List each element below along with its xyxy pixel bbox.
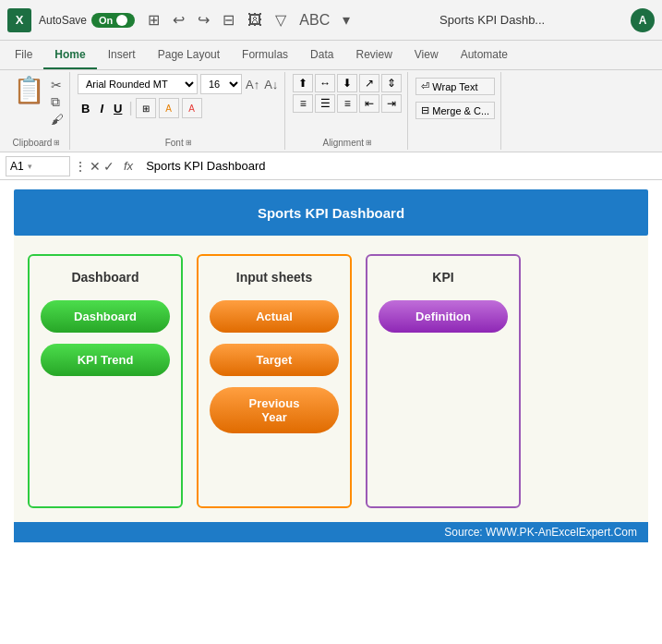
alignment-group: ⬆ ↔ ⬇ ↗ ⇕ ≡ ☰ ≡ ⇤ ⇥ Alignment ⊞ (287, 72, 408, 150)
clipboard-label: Clipboard ⊞ (13, 136, 61, 148)
decrease-indent-btn[interactable]: ⇤ (359, 94, 379, 113)
autosave-label: AutoSave (39, 14, 87, 27)
tab-view[interactable]: View (403, 41, 450, 69)
alignment-label: Alignment ⊞ (323, 136, 372, 148)
dashboard-section-title: Dashboard (71, 270, 138, 285)
ribbon-content: 📋 ✂ ⧉ 🖌 Clipboard ⊞ Arial Rounded MT (0, 70, 662, 152)
excel-logo: X (7, 8, 31, 32)
text-direction-btn[interactable]: ⇕ (381, 74, 402, 92)
copy-icon[interactable]: ⧉ (51, 94, 64, 110)
text-angle-btn[interactable]: ↗ (359, 74, 379, 92)
font-name-select[interactable]: Arial Rounded MT (78, 74, 198, 94)
align-bottom-btn[interactable]: ⬇ (337, 74, 357, 92)
image-icon[interactable]: 🖼 (244, 10, 266, 30)
grid-icon[interactable]: ⊟ (219, 9, 238, 30)
filter-icon[interactable]: ▽ (271, 9, 290, 30)
align-right-btn[interactable]: ≡ (337, 94, 357, 113)
clipboard-inner: 📋 ✂ ⧉ 🖌 (9, 74, 64, 136)
paste-button[interactable]: 📋 (9, 74, 49, 107)
merge-icon: ⊟ (421, 104, 429, 116)
formula-more-icon[interactable]: ⋮ (74, 159, 87, 174)
cut-icon[interactable]: ✂ (51, 78, 64, 92)
align-left-btn[interactable]: ≡ (293, 94, 313, 113)
format-painter-icon[interactable]: 🖌 (51, 112, 64, 127)
formula-icons: ⋮ ✕ ✓ (74, 159, 114, 174)
dashboard-section: Dashboard Dashboard KPI Trend (28, 254, 183, 508)
clipboard-group: 📋 ✂ ⧉ 🖌 Clipboard ⊞ (4, 72, 70, 150)
clipboard-expand-icon[interactable]: ⊞ (54, 139, 60, 147)
cell-reference[interactable]: A1 ▾ (6, 156, 70, 176)
wrap-text-button[interactable]: ⏎ Wrap Text (415, 78, 495, 95)
font-size-select[interactable]: 16 (200, 74, 242, 94)
tab-data[interactable]: Data (299, 41, 344, 69)
increase-indent-btn[interactable]: ⇥ (381, 94, 402, 113)
ribbon-tab-bar: File Home Insert Page Layout Formulas Da… (0, 41, 662, 70)
fx-label: fx (118, 159, 138, 173)
border-btn[interactable]: ⊞ (136, 98, 156, 118)
merge-button[interactable]: ⊟ Merge & C... (415, 102, 495, 119)
wrap-merge-inner: ⏎ Wrap Text ⊟ Merge & C... (415, 78, 495, 119)
paste-sub-buttons: ✂ ⧉ 🖌 (51, 74, 64, 127)
formula-confirm-icon[interactable]: ✓ (103, 159, 114, 174)
sections-container: Dashboard Dashboard KPI Trend Input shee… (14, 236, 648, 522)
font-expand-icon[interactable]: ⊞ (186, 139, 192, 147)
align-center-btn[interactable]: ☰ (315, 94, 335, 113)
sheet-area: Sports KPI Dashboard Dashboard Dashboard… (0, 180, 662, 644)
wrap-merge-group: ⏎ Wrap Text ⊟ Merge & C... (410, 72, 501, 150)
italic-button[interactable]: I (96, 101, 107, 116)
undo-icon[interactable]: ↩ (169, 9, 188, 30)
input-sheets-section-title: Input sheets (236, 270, 312, 285)
title-bar: X AutoSave On ⊞ ↩ ↪ ⊟ 🖼 ▽ ABC ▾ Sports K… (0, 0, 662, 41)
input-sheets-section: Input sheets Actual Target Previous Year (197, 254, 352, 508)
target-button[interactable]: Target (210, 344, 339, 376)
footer-source: Source: WWW.PK-AnExcelExpert.Com (444, 526, 637, 539)
toggle-circle (116, 15, 127, 26)
kpi-trend-button[interactable]: KPI Trend (41, 344, 170, 376)
formula-bar: A1 ▾ ⋮ ✕ ✓ fx (0, 152, 662, 180)
user-avatar[interactable]: A (631, 8, 655, 32)
tab-page-layout[interactable]: Page Layout (147, 41, 231, 69)
alignment-expand-icon[interactable]: ⊞ (366, 139, 372, 147)
font-color-btn[interactable]: A (182, 98, 202, 118)
formula-input[interactable] (142, 152, 656, 179)
actual-button[interactable]: Actual (210, 300, 339, 333)
toggle-label: On (99, 15, 113, 26)
font-grow-btn[interactable]: A↑ (245, 77, 260, 92)
toolbar-icons: ⊞ ↩ ↪ ⊟ 🖼 ▽ ABC ▾ (144, 9, 354, 30)
align-row1: ⬆ ↔ ⬇ ↗ ⇕ (293, 74, 402, 92)
font-row1: Arial Rounded MT 16 A↑ A↓ (78, 74, 279, 94)
redo-icon[interactable]: ↪ (194, 9, 213, 30)
spell-icon[interactable]: ABC (295, 10, 333, 30)
dashboard-header: Sports KPI Dashboard (14, 189, 648, 236)
autosave-toggle[interactable]: On (91, 13, 135, 28)
previous-year-button[interactable]: Previous Year (210, 387, 339, 433)
align-row2: ≡ ☰ ≡ ⇤ ⇥ (293, 94, 402, 113)
sheet-footer: Source: WWW.PK-AnExcelExpert.Com (14, 522, 648, 542)
cell-ref-expand[interactable]: ▾ (28, 162, 32, 171)
bold-button[interactable]: B (78, 101, 93, 116)
table-icon[interactable]: ⊞ (144, 9, 163, 30)
dashboard-title: Sports KPI Dashboard (258, 205, 404, 221)
window-title: Sports KPI Dashb... (354, 13, 631, 27)
align-middle-btn[interactable]: ↔ (315, 74, 335, 92)
definition-button[interactable]: Definition (379, 300, 508, 333)
formula-cancel-icon[interactable]: ✕ (90, 159, 101, 174)
tab-review[interactable]: Review (344, 41, 403, 69)
dashboard-button[interactable]: Dashboard (41, 300, 170, 333)
more-icon[interactable]: ▾ (339, 9, 354, 30)
kpi-section-title: KPI (432, 270, 453, 285)
font-shrink-btn[interactable]: A↓ (263, 77, 279, 92)
font-row2: B I U | ⊞ A A (78, 98, 279, 118)
tab-formulas[interactable]: Formulas (231, 41, 299, 69)
kpi-section: KPI Definition (366, 254, 521, 508)
tab-insert[interactable]: Insert (97, 41, 147, 69)
tab-home[interactable]: Home (43, 41, 96, 69)
tab-file[interactable]: File (4, 41, 43, 69)
fill-color-btn[interactable]: A (159, 98, 179, 118)
align-top-btn[interactable]: ⬆ (293, 74, 313, 92)
underline-button[interactable]: U (110, 101, 126, 116)
font-group: Arial Rounded MT 16 A↑ A↓ B I U | ⊞ A A … (72, 72, 285, 150)
font-label: Font ⊞ (165, 136, 192, 148)
wrap-text-icon: ⏎ (421, 80, 429, 92)
tab-automate[interactable]: Automate (450, 41, 519, 69)
